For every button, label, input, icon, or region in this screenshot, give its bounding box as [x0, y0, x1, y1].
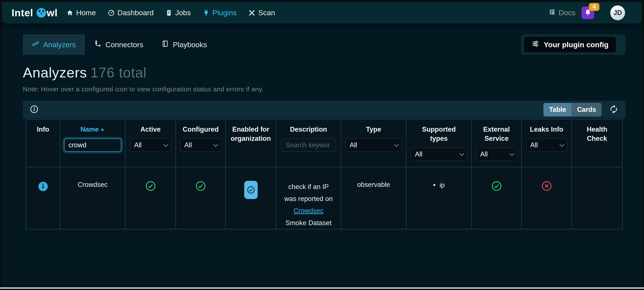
- tab-connectors[interactable]: Connectors: [85, 34, 152, 55]
- check-circle-icon: [196, 185, 206, 193]
- notifications-button[interactable]: 4: [582, 6, 594, 19]
- nav-item-dashboard[interactable]: Dashboard: [108, 8, 154, 17]
- description-filter-input[interactable]: [281, 138, 336, 152]
- docs-icon: [549, 8, 556, 17]
- cell-health-check: [572, 167, 622, 229]
- cell-active: [125, 167, 176, 229]
- plugin-config-button[interactable]: Your plugin config: [524, 37, 616, 52]
- cell-description: check if an IP was reported on Crowdsec …: [276, 167, 341, 229]
- col-header-health-check: Health Check: [572, 120, 622, 167]
- jobs-icon: [166, 9, 172, 16]
- brand-logo[interactable]: Intel wl: [12, 7, 58, 19]
- table-row: Crowdsec check if an IP was reported on …: [26, 167, 622, 229]
- connectors-icon: [94, 40, 102, 49]
- dashboard-icon: [108, 9, 115, 16]
- cell-external-service: [472, 167, 522, 229]
- docs-link[interactable]: Docs: [549, 8, 576, 17]
- nav-item-plugins[interactable]: Plugins: [202, 8, 237, 17]
- cell-enabled-org: [226, 167, 276, 229]
- x-circle-icon: [542, 185, 552, 193]
- notification-badge[interactable]: 4: [589, 3, 600, 11]
- leaks-info-filter-select[interactable]: All: [526, 138, 568, 152]
- total-count: 176 total: [90, 64, 146, 80]
- cell-name: Crowdsec: [60, 167, 125, 229]
- cell-info: [26, 167, 60, 229]
- chevron-down-icon: [559, 142, 564, 147]
- refresh-icon[interactable]: [609, 104, 618, 115]
- navbar: Intel wl Home Dashboard Jobs Plugins Sca…: [2, 2, 642, 24]
- nav-item-jobs[interactable]: Jobs: [166, 8, 191, 17]
- page-title: Analyzers176 total: [23, 64, 626, 81]
- table-toolbar: Table Cards: [23, 101, 626, 118]
- check-circle-icon: [146, 185, 156, 193]
- sliders-icon: [532, 40, 539, 50]
- home-icon: [66, 9, 73, 16]
- info-icon[interactable]: [30, 105, 38, 114]
- chevron-down-icon: [394, 142, 399, 147]
- external-service-filter-select[interactable]: All: [476, 148, 517, 161]
- analyzers-icon: [32, 40, 40, 49]
- tab-analyzers[interactable]: Analyzers: [23, 34, 85, 55]
- chevron-down-icon: [459, 151, 464, 156]
- name-filter-input[interactable]: [64, 138, 122, 152]
- playbooks-icon: [162, 40, 169, 49]
- col-header-leaks-info: Leaks Info All: [522, 120, 572, 167]
- active-filter-select[interactable]: All: [130, 138, 171, 152]
- enabled-org-checkbox[interactable]: [244, 181, 258, 199]
- analyzers-table: Info Name▲ Active All Configured All Ena…: [26, 119, 623, 230]
- sort-asc-icon: ▲: [100, 126, 105, 132]
- crowdsec-link[interactable]: Crowdsec: [294, 207, 324, 214]
- brand-text-owl: wl: [46, 7, 58, 19]
- table-header-row: Info Name▲ Active All Configured All Ena…: [26, 120, 622, 167]
- nav-item-scan[interactable]: Scan: [248, 8, 275, 17]
- avatar[interactable]: JD: [610, 6, 625, 20]
- nav-item-home[interactable]: Home: [66, 8, 96, 17]
- col-header-configured: Configured All: [176, 120, 226, 167]
- page-content: Analyzers Connectors Playbooks Your plug…: [23, 34, 626, 230]
- cell-leaks-info: [522, 167, 572, 229]
- view-toggle-cards[interactable]: Cards: [572, 103, 602, 116]
- col-header-name: Name▲: [60, 120, 125, 167]
- view-toggle-table[interactable]: Table: [544, 103, 572, 116]
- chevron-down-icon: [509, 151, 514, 156]
- col-header-active: Active All: [125, 120, 176, 167]
- tab-playbooks[interactable]: Playbooks: [152, 34, 216, 55]
- bottom-scrollbar[interactable]: [0, 288, 644, 289]
- view-toggle: Table Cards: [544, 103, 602, 116]
- type-filter-select[interactable]: All: [346, 138, 402, 152]
- cell-configured: [176, 167, 226, 229]
- col-header-supported-types: Supported types All: [406, 120, 472, 167]
- cell-type: observable: [341, 167, 406, 229]
- supported-types-filter-select[interactable]: All: [411, 148, 467, 161]
- col-header-info: Info: [26, 120, 60, 167]
- chevron-down-icon: [163, 142, 168, 147]
- navbar-right: Docs 4 JD: [549, 6, 625, 20]
- plugins-icon: [202, 9, 210, 16]
- col-header-description: Description: [276, 120, 341, 167]
- configured-filter-select[interactable]: All: [180, 138, 221, 152]
- page-note: Note: Hover over a configured icon to vi…: [23, 86, 626, 93]
- scan-icon: [248, 9, 255, 16]
- owl-logo-icon: [36, 8, 46, 18]
- col-header-type: Type All: [341, 120, 406, 167]
- col-header-external-service: External Service All: [472, 120, 522, 167]
- cell-supported-types: •ip: [406, 167, 472, 229]
- plugin-tabs: Analyzers Connectors Playbooks Your plug…: [23, 34, 626, 55]
- name-sort-header[interactable]: Name: [80, 126, 98, 133]
- nav-menu: Home Dashboard Jobs Plugins Scan: [66, 8, 275, 17]
- brand-text-intel: Intel: [12, 7, 33, 19]
- col-header-enabled-org: Enabled for organization: [226, 120, 276, 167]
- plugin-config-panel: Your plugin config: [521, 34, 626, 55]
- chevron-down-icon: [214, 142, 218, 147]
- check-circle-icon: [492, 185, 502, 193]
- app-root: Intel wl Home Dashboard Jobs Plugins Sca…: [2, 2, 642, 288]
- row-info-icon[interactable]: [38, 186, 49, 194]
